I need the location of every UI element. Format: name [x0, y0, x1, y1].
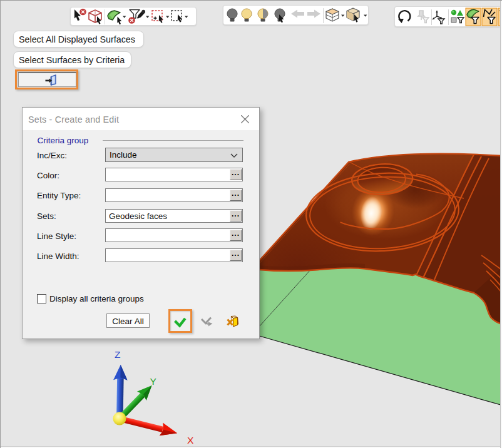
svg-text:X: X — [187, 435, 194, 445]
svg-text:Y: Y — [150, 376, 156, 387]
svg-text:Z: Z — [115, 349, 120, 360]
